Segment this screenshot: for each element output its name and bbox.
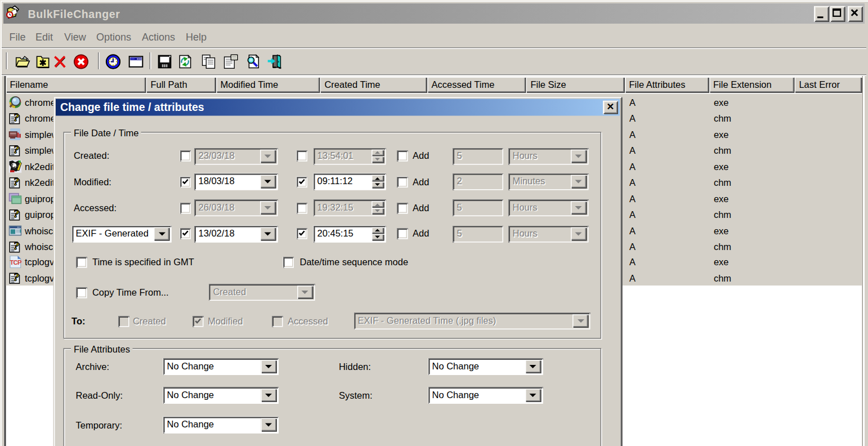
svg-text:TCP: TCP <box>10 260 21 266</box>
